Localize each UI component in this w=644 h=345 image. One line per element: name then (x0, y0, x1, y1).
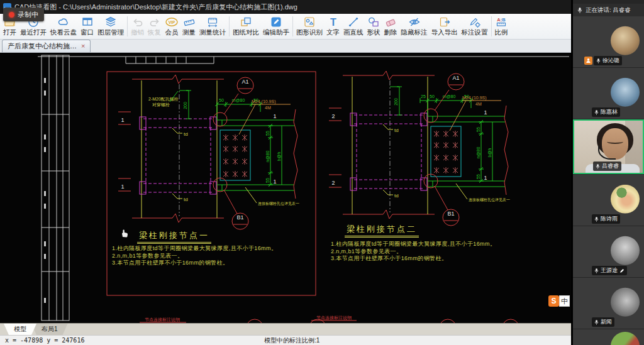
toolbar-button-label: 编辑助手 (263, 28, 289, 37)
toolbar-compare-button[interactable]: 图纸对比 (231, 14, 261, 39)
toolbar-shapes-button[interactable]: 形状 (365, 14, 382, 39)
participant-name-chip: 陈惠林 (592, 107, 620, 117)
detail-1-title: 梁柱刚接节点一 (137, 230, 211, 244)
participant-avatar (611, 332, 640, 345)
participant-name-chip: 吕睿睿 (593, 162, 621, 171)
toolbar-button-label: 恢复 (148, 28, 161, 37)
svg-text:节点连接标注说明: 节点连接标注说明 (145, 317, 180, 322)
participant-tile-陈诗雨[interactable]: 陈诗雨 (573, 175, 644, 226)
titlebar: CAD快速看图 - C:\Users\Administrator\Desktop… (0, 0, 571, 14)
toolbar-eraser-button[interactable]: 删除 (382, 14, 399, 39)
cad-drawing-canvas[interactable]: 节点连接标注说明节点连接标注说明111150m@805055n@8055b@h2… (0, 53, 571, 323)
svg-text:55: 55 (476, 174, 480, 179)
ime-mode-indicator: 中 (559, 295, 570, 307)
eye-off-icon (408, 16, 421, 28)
toolbar-edit-assistant-button[interactable]: 编辑助手 (261, 14, 291, 39)
recording-dot-icon (9, 12, 14, 18)
toolbar-ruler-button[interactable]: 测量 (180, 14, 197, 39)
recording-indicator[interactable]: 录制中 (3, 8, 44, 21)
toolbar-text-button[interactable]: T文字 (325, 14, 341, 39)
text-icon: T (327, 16, 340, 28)
microphone-icon (596, 163, 600, 170)
participant-label-row: 徐沁璐 (584, 56, 622, 65)
statusbar: x = -47898 y = 247616 模型中的标注比例:1 (0, 335, 571, 345)
participant-name: 新闻 (601, 318, 612, 326)
microphone-icon (594, 268, 599, 274)
toolbar-window-button[interactable]: 窗口 (79, 14, 96, 39)
participant-name: 徐沁璐 (602, 57, 619, 65)
detail-note-line: 1.柱内隔板厚度td等于周圈钢梁最大翼缘厚度,且不小于16mm。 (331, 241, 496, 248)
detail-2-drawing: 22112550m@805055n@8055b@h200M24 (10.9S)4… (329, 71, 510, 226)
toolbar-cloud-button[interactable]: 快看云盘 (48, 14, 79, 39)
toolbar-button-label: 测量 (182, 28, 196, 37)
scale-ab-icon: A:B (495, 16, 508, 28)
cursor-coordinates: x = -47898 y = 247616 (5, 337, 84, 344)
participant-name: 陈诗雨 (601, 215, 618, 223)
participant-name-chip: 新闻 (592, 317, 614, 327)
input-method-badge[interactable]: S 中 (548, 295, 570, 307)
detail-note-line: 2.n,m,b1等参数参见表一。 (112, 253, 277, 260)
participant-tile[interactable] (573, 329, 644, 345)
participant-tile-王源途[interactable]: 王源途 (573, 226, 644, 277)
toolbar-separator (127, 16, 128, 36)
participant-tile-新闻[interactable]: 新闻 (573, 278, 644, 329)
toolbar-button-label: 测量统计 (199, 28, 226, 37)
presenter-icon (584, 57, 592, 65)
svg-text:连接板螺栓孔位详见表一: 连接板螺栓孔位详见表一 (258, 201, 299, 206)
redo-icon (148, 16, 161, 28)
participant-avatar (611, 26, 640, 55)
tab-layout1[interactable]: 布局1 (31, 324, 68, 335)
toolbar-eye-off-button[interactable]: 隐藏标注 (399, 14, 430, 39)
toolbar: 打开最近打开快看云盘窗口图层管理撤销恢复VIP会员测量测量统计图纸对比编辑助手图… (0, 14, 571, 40)
participant-tile-徐沁璐[interactable]: 徐沁璐 (573, 16, 644, 67)
svg-text:200: 200 (394, 98, 398, 106)
participant-name: 王源途 (601, 266, 618, 275)
detail-1-notes: 1.柱内隔板厚度td等于周圈钢梁最大翼缘厚度,且不小于16mm。2.n,m,b1… (112, 245, 277, 267)
detail-1-drawing: 111150m@805055n@8055b@h200M24 (10.9S)4Mt… (118, 75, 299, 229)
measure-stats-icon (206, 16, 219, 28)
annotation-scale-note: 模型中的标注比例:1 (264, 336, 319, 345)
toolbar-button-label: 图层管理 (97, 28, 124, 37)
svg-text:2-M20配孔螺栓: 2-M20配孔螺栓 (148, 97, 179, 102)
svg-text:td: td (184, 197, 188, 202)
detail-2-title: 梁柱刚接节点二 (345, 224, 419, 238)
toolbar-button-label: 形状 (367, 28, 380, 37)
toolbar-measure-stats-button[interactable]: 测量统计 (197, 14, 228, 39)
ruler-icon (183, 16, 196, 28)
participant-tile-陈惠林[interactable]: 陈惠林 (573, 68, 644, 119)
svg-text:55: 55 (265, 178, 270, 183)
toolbar-button-label: 删除 (384, 28, 397, 37)
tab-model[interactable]: 模型 (4, 324, 36, 335)
detail-note-line: 3.本节点用于柱壁厚不小于16mm的钢管柱。 (331, 255, 496, 263)
toolbar-vip-button[interactable]: VIP会员 (163, 14, 180, 39)
svg-text:A:B: A:B (497, 17, 506, 23)
toolbar-separator (229, 16, 230, 36)
svg-text:n@80: n@80 (476, 147, 480, 159)
toolbar-scale-ab-button[interactable]: A:B比例 (493, 14, 510, 39)
toolbar-button-label: 会员 (165, 28, 179, 37)
toolbar-line-button[interactable]: 画直线 (341, 14, 365, 39)
toolbar-import-export-button[interactable]: 导入导出 (430, 14, 460, 39)
participant-tile-吕睿睿[interactable]: 吕睿睿 (573, 119, 644, 174)
participant-name-chip: 徐沁璐 (594, 56, 622, 65)
document-tab[interactable]: 产后康复中心结构施… × (2, 40, 91, 52)
speaking-indicator-bar: 正在讲话: 吕睿睿 (573, 4, 644, 16)
toolbar-annot-settings-button[interactable]: 标注设置 (460, 14, 490, 39)
svg-text:50: 50 (219, 98, 224, 102)
svg-text:4M: 4M (475, 102, 482, 106)
participant-avatar (611, 236, 640, 265)
shapes-icon (367, 16, 380, 28)
meeting-panel: 正在讲话: 吕睿睿 徐沁璐陈惠林吕睿睿陈诗雨王源途新闻 (571, 0, 644, 345)
toolbar-shape-recognize-button[interactable]: 图形识别 (294, 14, 325, 39)
toolbar-separator (491, 16, 492, 36)
toolbar-layers-button[interactable]: 图层管理 (96, 14, 126, 39)
svg-text:对穿螺栓: 对穿螺栓 (152, 102, 170, 107)
toolbar-button-label: 导入导出 (431, 28, 458, 37)
svg-text:B1: B1 (447, 211, 454, 217)
window-icon (81, 16, 94, 28)
screen: CAD快速看图 - C:\Users\Administrator\Desktop… (0, 0, 644, 345)
close-icon[interactable]: × (81, 43, 85, 49)
cad-drawing-svg[interactable]: 节点连接标注说明节点连接标注说明111150m@805055n@8055b@h2… (0, 53, 571, 323)
participant-name-chip: 王源途 (592, 266, 627, 275)
svg-text:1: 1 (484, 109, 487, 116)
